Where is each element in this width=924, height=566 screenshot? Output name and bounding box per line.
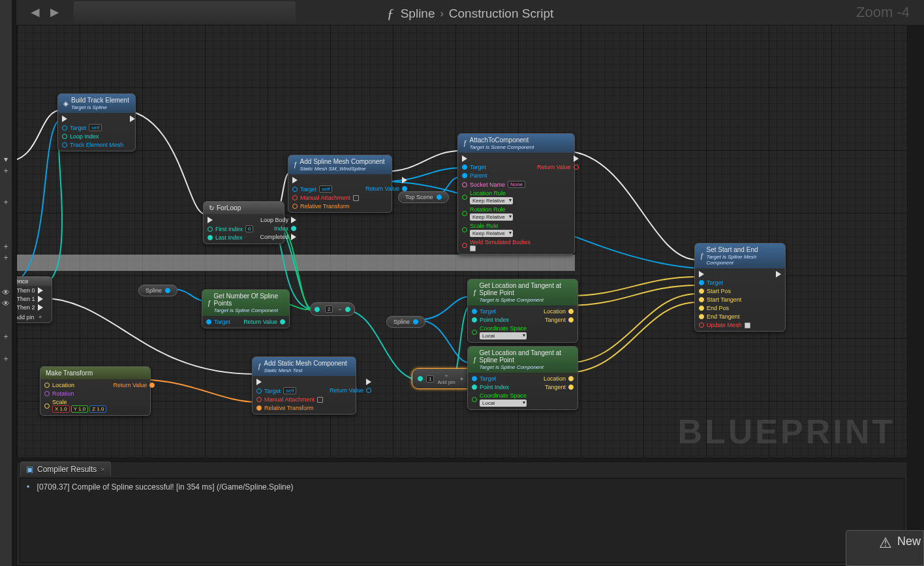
pin-start-pos[interactable]: Start Pos [699,288,750,294]
pin-location-rule[interactable]: Location RuleKeep Relative [462,190,531,204]
pin-location[interactable]: Location [544,375,574,382]
pin-return-value[interactable]: Return Value [113,382,155,388]
node-subtract-int[interactable]: 2 − [310,302,355,316]
pin-weld[interactable]: Weld Simulated Bodies [462,239,531,251]
var-spline[interactable]: Spline [138,285,177,296]
pin-exec-in[interactable] [462,155,531,162]
open-tab[interactable] [74,1,296,24]
breadcrumb[interactable]: ƒ Spline › Construction Script [387,5,554,22]
pin-manual-attachment[interactable]: Manual Attachment [256,396,323,403]
nav-forward-icon[interactable]: ► [48,4,62,21]
pin-loop-body[interactable]: Loop Body [260,217,296,223]
pin-last-index[interactable]: Last Index [208,234,253,241]
pin-then1[interactable]: Then 1 [17,296,35,302]
input-value[interactable]: 2 [325,306,333,313]
pin-then0[interactable]: Then 0 [17,287,35,294]
pin-exec-out[interactable] [330,379,371,385]
breadcrumb-graph[interactable]: Construction Script [449,7,554,21]
pin-manual-attachment[interactable]: Manual Attachment [292,195,359,201]
node-get-location-tangent-2[interactable]: ƒ Get Location and Tangent at Spline Poi… [467,346,578,410]
pin-target[interactable]: Targetself [292,185,359,193]
compiler-results-body[interactable]: • [0709.37] Compile of Spline successful… [20,478,904,563]
strip-add-btn[interactable]: ＋ [1,253,10,262]
close-icon[interactable]: × [100,465,104,473]
pin-target[interactable]: Target [206,319,230,325]
var-top-scene[interactable]: Top Scene [398,191,449,203]
pin-relative-transform[interactable]: Relative Transform [256,405,323,411]
pin-out[interactable] [345,307,350,312]
pin-exec-in[interactable] [208,217,253,223]
pin-target[interactable]: Target [462,164,531,170]
pin-exec-out[interactable] [776,271,781,277]
pin-a[interactable] [418,376,423,381]
eye-icon[interactable]: 👁 [1,299,10,308]
node-set-start-and-end[interactable]: ƒ Set Start and EndTarget is Spline Mesh… [694,243,786,332]
pin-rotation[interactable]: Rotation [44,390,106,397]
pin-target[interactable]: Target [472,375,527,382]
pin-end-pos[interactable]: End Pos [699,305,750,311]
pin-point-index[interactable]: Point Index [472,384,527,390]
strip-btn[interactable]: ▾ [1,155,10,164]
pin-coord-space[interactable]: Coordinate SpaceLocal [472,392,527,407]
pin-exec-in[interactable] [62,116,123,122]
pin-point-index[interactable]: Point Index [472,317,527,323]
node-add-spline-mesh[interactable]: ƒ Add Spline Mesh ComponentStatic Mesh S… [288,155,392,213]
node-get-num-spline-points[interactable]: ƒ Get Number Of Spline PointsTarget is S… [202,289,290,328]
pin-end-tangent[interactable]: End Tangent [699,313,750,320]
compiler-results-tab[interactable]: ▣ Compiler Results × [20,462,111,477]
add-pin-button[interactable]: Add pin [16,314,35,321]
strip-add-btn[interactable]: ＋ [1,332,10,341]
pin-target[interactable]: Target [472,308,527,315]
eye-icon[interactable]: 👁 [1,288,10,297]
node-make-transform[interactable]: Make Transform Location Rotation Scale X… [40,366,151,416]
pin-then2[interactable]: Then 2 [17,304,35,311]
pin-exec-out[interactable] [365,177,407,183]
pin-completed[interactable]: Completed [260,234,296,240]
pin-target[interactable]: Target [699,279,750,286]
pin-tangent[interactable]: Tangent [544,317,574,323]
pin-loop-index[interactable]: Loop Index [62,133,123,140]
strip-add-btn[interactable]: ＋ [1,166,10,175]
add-pin-button[interactable]: Add pin [437,379,455,385]
pin-exec-out[interactable] [537,155,579,162]
strip-add-btn[interactable]: ＋ [1,354,10,363]
pin-scale-rule[interactable]: Scale RuleKeep Relative [462,223,531,237]
breadcrumb-blueprint[interactable]: Spline [401,7,435,21]
pin-update-mesh[interactable]: Update Mesh [699,322,750,328]
pin-socket-name[interactable]: Socket NameNone [462,181,531,188]
pin-target[interactable]: Targetself [62,124,123,131]
pin-tangent[interactable]: Tangent [544,384,574,390]
node-get-location-tangent-1[interactable]: ƒ Get Location and Tangent at Spline Poi… [467,279,578,343]
pin-location[interactable]: Location [544,308,574,315]
pin-a[interactable] [315,307,320,312]
pin-location[interactable]: Location [44,382,106,388]
node-attach-to-component[interactable]: ƒ AttachToComponentTarget is Scene Compo… [457,133,575,255]
pin-return-value[interactable]: Return Value [243,319,285,325]
pin-exec-in[interactable] [256,379,323,385]
pin-exec-in[interactable] [292,177,359,183]
node-build-track-element[interactable]: ◈ Build Track ElementTarget is Spline Ta… [57,93,136,151]
pin-track-mesh[interactable]: Track Element Mesh [62,142,123,148]
pin-coord-space[interactable]: Coordinate SpaceLocal [472,325,527,339]
var-spline[interactable]: Spline [386,316,425,328]
pin-return-value[interactable]: Return Value [330,387,371,394]
pin-exec-out[interactable] [130,116,135,122]
blueprint-graph[interactable]: BLUEPRINT ence [16,24,908,458]
pin-index[interactable]: Index [260,225,296,232]
node-for-loop[interactable]: ↻ForLoop First Index0 Last Index Loop Bo… [203,201,285,244]
pin-target[interactable]: Targetself [256,387,323,394]
pin-rotation-rule[interactable]: Rotation RuleKeep Relative [462,206,531,221]
pin-parent[interactable]: Parent [462,172,531,179]
pin-start-tangent[interactable]: Start Tangent [699,296,750,303]
input-value[interactable]: 1 [426,375,434,383]
nav-back-icon[interactable]: ◄ [28,4,42,21]
strip-add-btn[interactable]: ＋ [1,242,10,251]
pin-exec-in[interactable] [699,271,750,277]
strip-add-btn[interactable]: ＋ [1,197,10,206]
notification-toast[interactable]: ⚠ New [846,530,924,566]
pin-first-index[interactable]: First Index0 [208,225,253,232]
pin-scale[interactable]: Scale X 1.0 Y 1.0 Z 1.0 [44,399,106,413]
node-sequence[interactable]: ence Then 0 Then 1 Then 2 Add pin＋ [16,276,52,323]
pin-relative-transform[interactable]: Relative Transform [292,203,359,210]
node-add-static-mesh[interactable]: ƒ Add Static Mesh ComponentStatic Mesh T… [252,356,356,415]
